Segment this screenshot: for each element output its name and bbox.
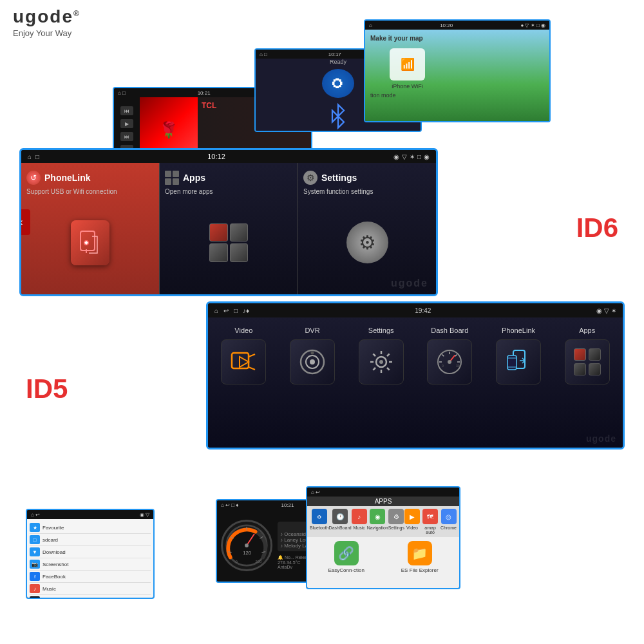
app-chrome[interactable]: ◎ Chrome [440, 509, 457, 535]
id6-watermark: ugode [391, 278, 428, 289]
id5-phonelink-item[interactable]: PhoneLink [486, 323, 552, 442]
menu-icon[interactable]: □ [35, 153, 39, 160]
apps-list-status: ⌂ ↩ [307, 488, 459, 497]
power-icon: ◉ [424, 153, 430, 160]
svg-marker-0 [332, 105, 344, 128]
id5-apps-item[interactable]: Apps [554, 323, 620, 442]
file-row-music[interactable]: ♪ Music [30, 583, 151, 595]
id5-label: ID5 [26, 374, 68, 404]
apps-menu-item[interactable]: Apps Open more apps [160, 163, 298, 294]
speedometer-svg: 0 300 120 [224, 523, 269, 568]
file-row-sdcard[interactable]: □ sdcard [30, 534, 151, 546]
id5-dvr-name: DVR [305, 327, 319, 334]
id5-content: Video DVR Sett [208, 317, 623, 448]
left-nav-arrow[interactable]: ‹ [19, 209, 30, 235]
phonelink-desc: Support USB or Wifi connection [26, 187, 154, 196]
settings-desc: System function settings [303, 187, 431, 196]
bt-ready-status: Ready [330, 59, 346, 65]
file-row-facebook[interactable]: f FaceBook [30, 571, 151, 583]
wifi-phone-icon: 📶 [390, 48, 425, 80]
svg-point-29 [448, 360, 451, 364]
wifi-content: Make it your map 📶 iPhone WiFi tion mode [365, 30, 549, 121]
app-music[interactable]: ♪ Music [352, 509, 367, 535]
wifi-icon: ▽ [402, 153, 407, 160]
speedometer-widget: 0 300 120 [221, 520, 272, 571]
id5-main-screen: ⌂ ↩ □ ♪♦ 19:42 ◉ ▽ ✶ Video DVR [206, 301, 625, 450]
chrome-app-icon: ◎ [441, 509, 457, 524]
id5-settings-item[interactable]: Settings [348, 323, 414, 442]
file-mgr-icons: ◉ ▽ [140, 512, 149, 518]
id5-nav-icons: ⌂ ↩ □ ♪♦ [214, 307, 249, 314]
music-app-icon: ♪ [352, 509, 367, 524]
wifi-time: 10:20 [440, 23, 453, 28]
play-btn[interactable]: ▶ [120, 119, 133, 128]
id5-home-icon[interactable]: ⌂ [214, 307, 218, 314]
id5-video-item[interactable]: Video [211, 323, 277, 442]
id5-window-icon[interactable]: □ [234, 307, 238, 314]
app-es-explorer[interactable]: 📁 ES File Explorer [401, 541, 439, 573]
id5-apps-icon [565, 339, 610, 384]
next-btn[interactable]: ⏭ [120, 132, 133, 141]
phonelink-small-icon: ↺ [26, 171, 41, 185]
music-folder-icon: ♪ [30, 584, 40, 593]
bluetooth-app-label: Bluetooth [310, 526, 329, 530]
svg-text:300: 300 [456, 364, 462, 368]
wifi-nav: ⌂ [369, 23, 372, 28]
location-icon: ◉ [393, 153, 399, 160]
file-row-tiktok[interactable]: T TikTok [30, 595, 151, 598]
apps-list-header: APPS [307, 497, 459, 506]
app-amap[interactable]: 🗺 amap auto [420, 509, 440, 535]
id5-status-bar: ⌂ ↩ □ ♪♦ 19:42 ◉ ▽ ✶ [208, 303, 623, 317]
settings-sm-app-label: Settings [388, 526, 404, 530]
id6-time: 10:12 [207, 153, 225, 160]
app-navigation[interactable]: ◉ Navigation [367, 509, 388, 535]
file-content: ★ Favourite □ sdcard ▼ Download 📷 Screen… [27, 519, 153, 598]
app-video-sm[interactable]: ▶ Video [404, 509, 420, 535]
app-dashboard[interactable]: 🕐 DashBoard [329, 509, 352, 535]
id5-video-name: Video [234, 327, 252, 334]
app-bluetooth[interactable]: ⭘ Bluetooth [310, 509, 329, 535]
file-mgr-nav: ⌂ ↩ [31, 512, 40, 518]
svg-line-6 [249, 354, 255, 357]
file-row-screenshot[interactable]: 📷 Screenshot [30, 558, 151, 571]
id5-dashboard-item[interactable]: Dash Board 0 [417, 323, 483, 442]
svg-marker-5 [240, 357, 249, 367]
logo-area: ugode® Enjoy Your Way [13, 6, 80, 38]
bt-time: 10:17 [328, 52, 341, 57]
id5-video-icon [221, 339, 266, 384]
favourite-label: Favourite [43, 525, 64, 531]
svg-rect-33 [507, 355, 516, 370]
phonelink-menu-item[interactable]: ↺ PhoneLink Support USB or Wifi connecti… [21, 163, 159, 294]
id5-dvr-item[interactable]: DVR [279, 323, 346, 442]
home-icon[interactable]: ⌂ [28, 153, 32, 160]
svg-line-19 [387, 368, 390, 370]
settings-menu-item[interactable]: ⚙ Settings System function settings ⚙ [298, 163, 436, 294]
svg-text:120: 120 [243, 550, 252, 556]
wifi-status-icons: ● ▽ ✶ □ ◉ [520, 23, 545, 28]
phonelink-icon-area [26, 198, 154, 287]
apps-header: Apps [165, 171, 292, 185]
brand-logo: ugode® [13, 6, 80, 27]
sdcard-label: sdcard [43, 537, 58, 543]
amap-app-label: amap auto [420, 526, 440, 535]
wifi-signal-icon: 📶 [401, 57, 415, 71]
es-explorer-label: ES File Explorer [401, 567, 439, 573]
id6-right-icons: ◉ ▽ ✶ □ ◉ [393, 153, 430, 160]
settings-small-icon: ⚙ [303, 171, 317, 185]
bt-nav: ⌂ □ [260, 52, 267, 57]
id5-back-icon[interactable]: ↩ [223, 307, 229, 314]
svg-line-27 [442, 355, 444, 357]
file-row-favourite[interactable]: ★ Favourite [30, 522, 151, 534]
dash-time: 10:21 [281, 502, 294, 508]
id5-bt-icon: ✶ [611, 307, 616, 314]
settings-title: Settings [321, 173, 357, 183]
id6-status-bar: ⌂ □ 10:12 ◉ ▽ ✶ □ ◉ [21, 150, 436, 163]
app-easyconnect[interactable]: 🔗 EasyConn-ction [328, 541, 364, 573]
favourite-icon: ★ [30, 523, 40, 532]
navigation-app-icon: ◉ [370, 509, 385, 524]
app-settings-sm[interactable]: ⚙ Settings [388, 509, 404, 535]
file-row-download[interactable]: ▼ Download [30, 546, 151, 558]
window-icon: □ [417, 153, 421, 160]
id6-content: ↺ PhoneLink Support USB or Wifi connecti… [21, 163, 436, 294]
prev-btn[interactable]: ⏮ [120, 106, 133, 115]
